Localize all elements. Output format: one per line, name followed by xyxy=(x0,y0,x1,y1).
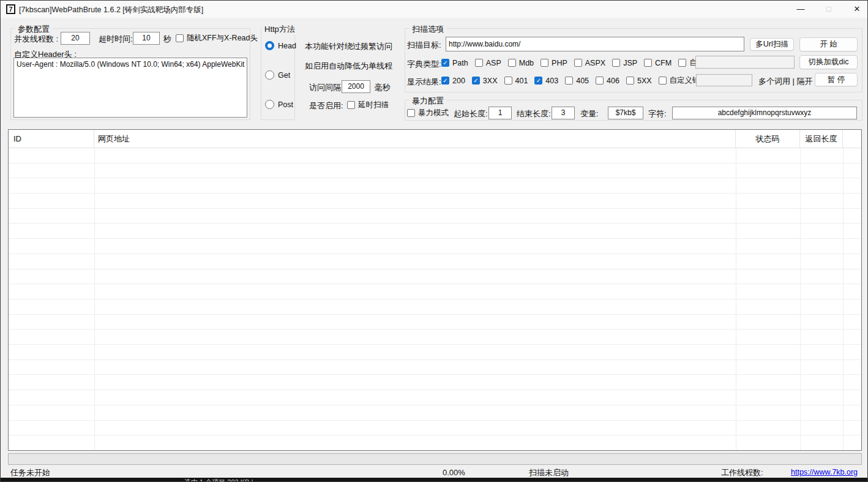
column-divider xyxy=(736,148,736,450)
dict-php-checkbox[interactable]: PHP xyxy=(541,59,567,67)
interval-input[interactable]: 2000 xyxy=(342,80,370,93)
checkbox-icon xyxy=(574,59,582,67)
checkbox-icon xyxy=(659,77,667,85)
checkbox-icon xyxy=(508,59,516,67)
app-icon: 7 xyxy=(6,4,15,14)
radio-icon xyxy=(265,100,274,109)
worker-threads-label: 工作线程数: xyxy=(721,467,763,478)
xff-checkbox-label: 随机XFF与X-Read头 xyxy=(187,33,258,43)
timeout-label: 超时时间: xyxy=(99,34,133,45)
brute-mode-checkbox[interactable]: 暴力模式 xyxy=(407,108,449,118)
dict-cfm-checkbox[interactable]: CFM xyxy=(644,59,672,67)
results-table-header: ID 网页地址 状态码 返回长度 xyxy=(9,130,861,148)
window-title: [7kbscan]WebPathBrute 1.6.2 [铸剑实战靶场内部专版] xyxy=(19,5,203,15)
radio-head-label: Head xyxy=(278,42,296,50)
result-200-label: 200 xyxy=(452,77,465,85)
custom-error-input[interactable] xyxy=(696,74,752,86)
minimize-icon[interactable]: — xyxy=(787,1,815,18)
checkbox-icon xyxy=(534,77,542,85)
enable-label: 是否启用: xyxy=(309,100,343,111)
dict-jsp-checkbox[interactable]: JSP xyxy=(612,59,637,67)
radio-post[interactable]: Post xyxy=(265,100,293,109)
end-length-label: 结束长度: xyxy=(517,108,551,119)
dict-asp-checkbox[interactable]: ASP xyxy=(475,59,501,67)
show-result-label: 显示结果: xyxy=(407,77,441,88)
checkbox-icon xyxy=(678,59,686,67)
multi-url-scan-button[interactable]: 多Url扫描 xyxy=(750,38,794,51)
checkbox-icon xyxy=(612,59,620,67)
dict-aspx-checkbox[interactable]: ASPX xyxy=(574,59,605,67)
timeout-input[interactable]: 10 xyxy=(133,32,160,45)
dict-php-label: PHP xyxy=(552,59,567,67)
custom-header-textarea[interactable]: User-Agent : Mozilla/5.0 (Windows NT 10.… xyxy=(13,58,247,118)
radio-icon xyxy=(265,70,274,80)
brute-config-group: 暴力配置 暴力模式 起始长度: 1 结束长度: 3 变量: $7kb$ 字符: … xyxy=(405,96,862,121)
scan-options-group: 扫描选项 扫描目标: http://www.baidu.com/ 多Url扫描 … xyxy=(405,24,862,92)
start-length-label: 起始长度: xyxy=(454,108,488,119)
checkbox-icon xyxy=(472,77,480,85)
results-table[interactable]: ID 网页地址 状态码 返回长度 xyxy=(8,129,862,451)
dict-aspx-label: ASPX xyxy=(585,59,605,67)
dict-path-checkbox[interactable]: Path xyxy=(441,59,468,67)
radio-get-label: Get xyxy=(278,71,290,80)
result-5xx-label: 5XX xyxy=(637,77,652,85)
result-401-label: 401 xyxy=(515,77,528,85)
dict-path-label: Path xyxy=(452,59,468,67)
scan-status-text: 扫描未启动 xyxy=(529,467,569,478)
result-3xx-checkbox[interactable]: 3XX xyxy=(472,77,498,85)
charset-input[interactable]: abcdefghijklmnopqrstuvwxyz xyxy=(672,107,857,119)
checkbox-icon xyxy=(565,77,573,85)
dict-asp-label: ASP xyxy=(486,59,501,67)
column-header-id[interactable]: ID xyxy=(9,130,94,148)
column-header-url[interactable]: 网页地址 xyxy=(94,130,736,148)
interval-label: 访问间隔 xyxy=(309,82,341,93)
radio-get[interactable]: Get xyxy=(265,70,290,80)
checkbox-icon xyxy=(441,59,449,67)
app-window: 7 [7kbscan]WebPathBrute 1.6.2 [铸剑实战靶场内部专… xyxy=(0,0,868,482)
checkbox-icon xyxy=(441,77,449,85)
result-5xx-checkbox[interactable]: 5XX xyxy=(626,77,652,85)
dict-type-checkbox-row: Path ASP Mdb PHP ASPX JSP CFM 自定义类型 xyxy=(441,58,728,68)
group-title: 暴力配置 xyxy=(410,96,446,107)
variable-label: 变量: xyxy=(580,108,599,119)
radio-head[interactable]: Head xyxy=(265,41,296,50)
end-length-input[interactable]: 3 xyxy=(552,107,575,119)
close-icon[interactable]: ✕ xyxy=(843,1,868,18)
result-200-checkbox[interactable]: 200 xyxy=(441,77,465,85)
column-header-status[interactable]: 状态码 xyxy=(736,130,800,148)
result-401-checkbox[interactable]: 401 xyxy=(504,77,528,85)
scan-target-input[interactable]: http://www.baidu.com/ xyxy=(446,37,744,51)
result-405-checkbox[interactable]: 405 xyxy=(565,77,589,85)
maximize-icon[interactable]: □ xyxy=(815,1,843,18)
threads-input[interactable]: 20 xyxy=(61,32,90,45)
result-403-checkbox[interactable]: 403 xyxy=(534,77,558,85)
switch-dic-button[interactable]: 切换加载dic xyxy=(799,55,858,69)
xff-checkbox[interactable]: 随机XFF与X-Read头 xyxy=(176,33,258,43)
result-406-checkbox[interactable]: 406 xyxy=(596,77,619,85)
website-link[interactable]: https://www.7kb.org xyxy=(791,468,858,476)
checkbox-icon xyxy=(504,77,512,85)
progress-bar xyxy=(8,453,862,465)
dict-mdb-checkbox[interactable]: Mdb xyxy=(508,59,534,67)
custom-type-input[interactable] xyxy=(695,56,795,69)
result-405-label: 405 xyxy=(576,77,589,85)
charset-label: 字符: xyxy=(648,108,667,119)
result-code-checkbox-row: 200 3XX 401 403 405 406 5XX 自定义错误 xyxy=(441,75,708,86)
title-bar: 7 [7kbscan]WebPathBrute 1.6.2 [铸剑实战靶场内部专… xyxy=(1,1,867,18)
brute-mode-label: 暴力模式 xyxy=(418,108,449,118)
checkbox-icon xyxy=(176,34,184,42)
column-header-filler xyxy=(843,130,861,148)
start-button[interactable]: 开 始 xyxy=(799,37,858,51)
delay-scan-label: 延时扫描 xyxy=(358,100,389,110)
column-header-length[interactable]: 返回长度 xyxy=(800,130,843,148)
pause-button[interactable]: 暂 停 xyxy=(815,73,858,86)
separator-hint: 多个词用 | 隔开 xyxy=(758,76,813,87)
start-length-input[interactable]: 1 xyxy=(488,107,512,119)
progress-percent-text: 0.00% xyxy=(443,468,465,477)
dict-mdb-label: Mdb xyxy=(519,59,534,67)
variable-input[interactable]: $7kb$ xyxy=(608,107,643,119)
radio-post-label: Post xyxy=(278,100,293,109)
delay-scan-checkbox[interactable]: 延时扫描 xyxy=(347,100,389,110)
results-table-body[interactable] xyxy=(9,148,861,450)
checkbox-icon xyxy=(596,77,604,85)
